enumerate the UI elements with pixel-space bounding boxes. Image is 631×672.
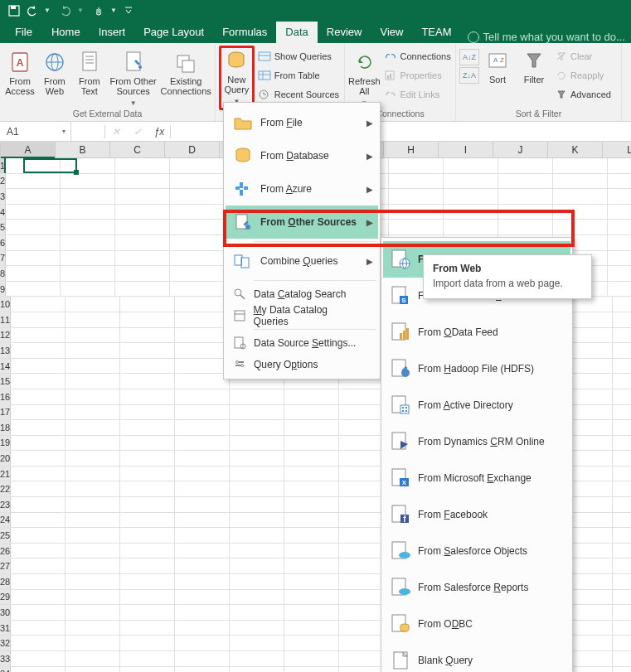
cell[interactable] [11, 621, 66, 636]
cell[interactable] [608, 205, 631, 220]
col-header[interactable]: K [548, 142, 603, 157]
cell[interactable] [120, 497, 175, 512]
cell[interactable] [11, 667, 66, 672]
cell[interactable] [553, 220, 608, 234]
cell[interactable] [175, 621, 230, 636]
submenu-from-salesforce-obj[interactable]: From Salesforce Objects [383, 533, 570, 569]
cell[interactable] [170, 266, 225, 281]
cell[interactable] [115, 158, 170, 173]
cell[interactable] [613, 481, 631, 496]
cell[interactable] [115, 205, 170, 220]
row-header[interactable]: 6 [0, 235, 6, 250]
row-header[interactable]: 14 [0, 359, 11, 374]
cell[interactable] [11, 374, 66, 389]
cell[interactable] [175, 436, 230, 451]
cell[interactable] [11, 405, 66, 420]
cell[interactable] [608, 282, 631, 297]
cell[interactable] [175, 574, 230, 589]
cell[interactable] [284, 651, 339, 666]
cell[interactable] [230, 405, 284, 420]
cell[interactable] [284, 513, 339, 528]
cell[interactable] [175, 467, 230, 481]
cell[interactable] [175, 667, 230, 672]
cell[interactable] [120, 636, 175, 650]
row-header[interactable]: 17 [0, 405, 11, 420]
cell[interactable] [120, 621, 175, 636]
cell[interactable] [6, 189, 61, 204]
cell[interactable] [284, 420, 339, 435]
cell[interactable] [230, 590, 284, 605]
cell[interactable] [11, 436, 66, 451]
cell[interactable] [6, 220, 61, 234]
cell[interactable] [389, 158, 444, 173]
cell[interactable] [170, 282, 225, 297]
cell[interactable] [6, 266, 61, 281]
sort-asc-button[interactable]: A↓Z [459, 49, 479, 65]
cell[interactable] [61, 266, 115, 281]
sort-desc-button[interactable]: Z↓A [459, 67, 479, 84]
row-header[interactable]: 28 [0, 574, 11, 589]
cell[interactable] [120, 389, 175, 404]
cell[interactable] [613, 605, 631, 620]
cell[interactable] [613, 328, 631, 343]
tab-page-layout[interactable]: Page Layout [134, 22, 213, 43]
cell[interactable] [613, 621, 631, 636]
cell[interactable] [608, 189, 631, 204]
cell[interactable] [175, 343, 230, 358]
tab-formulas[interactable]: Formulas [213, 22, 276, 43]
cancel-formula-icon[interactable]: ✕ [105, 126, 127, 138]
row-header[interactable]: 27 [0, 558, 11, 573]
from-other-sources-button[interactable]: From Other Sources ▼ [108, 46, 159, 109]
touch-caret[interactable]: ▼ [104, 2, 123, 20]
cell[interactable] [11, 558, 66, 573]
cell[interactable] [284, 590, 339, 605]
properties-button[interactable]: Properties [382, 67, 453, 84]
cell[interactable] [11, 312, 66, 327]
row-header[interactable]: 10 [0, 297, 11, 312]
recent-sources-button[interactable]: Recent Sources [256, 86, 341, 103]
tab-insert[interactable]: Insert [90, 22, 135, 43]
cell[interactable] [11, 389, 66, 404]
cell[interactable] [608, 174, 631, 189]
cell[interactable] [11, 605, 66, 620]
cell[interactable] [230, 651, 284, 666]
row-header[interactable]: 30 [0, 605, 11, 620]
cell[interactable] [170, 220, 225, 234]
from-table-button[interactable]: From Table [256, 67, 341, 84]
cell[interactable] [175, 297, 230, 312]
cell[interactable] [284, 605, 339, 620]
cell[interactable] [120, 605, 175, 620]
cell[interactable] [613, 389, 631, 404]
cell[interactable] [120, 405, 175, 420]
cell[interactable] [175, 374, 230, 389]
cell[interactable] [175, 605, 230, 620]
cell[interactable] [66, 544, 120, 558]
cell[interactable] [120, 420, 175, 435]
cell[interactable] [444, 174, 498, 189]
tab-review[interactable]: Review [318, 22, 371, 43]
cell[interactable] [230, 467, 284, 481]
cell[interactable] [608, 220, 631, 234]
row-header[interactable]: 24 [0, 513, 11, 528]
cell[interactable] [389, 220, 444, 234]
menu-from-other-sources[interactable]: From Other Sources▶ [226, 205, 378, 239]
submenu-from-exchange[interactable]: X From Microsoft Exchange [383, 460, 570, 496]
cell[interactable] [120, 513, 175, 528]
cell[interactable] [284, 621, 339, 636]
row-header[interactable]: 8 [0, 266, 6, 281]
cell[interactable] [498, 205, 553, 220]
cell[interactable] [498, 174, 553, 189]
cell[interactable] [613, 528, 631, 543]
cell[interactable] [175, 481, 230, 496]
cell[interactable] [61, 251, 115, 266]
cell[interactable] [284, 636, 339, 650]
cell[interactable] [66, 359, 120, 374]
row-header[interactable]: 13 [0, 343, 11, 358]
from-text-button[interactable]: From Text [73, 46, 106, 96]
cell[interactable] [66, 621, 120, 636]
cell[interactable] [61, 174, 115, 189]
cell[interactable] [230, 558, 284, 573]
cell[interactable] [120, 528, 175, 543]
cell[interactable] [120, 343, 175, 358]
cell[interactable] [6, 158, 61, 173]
